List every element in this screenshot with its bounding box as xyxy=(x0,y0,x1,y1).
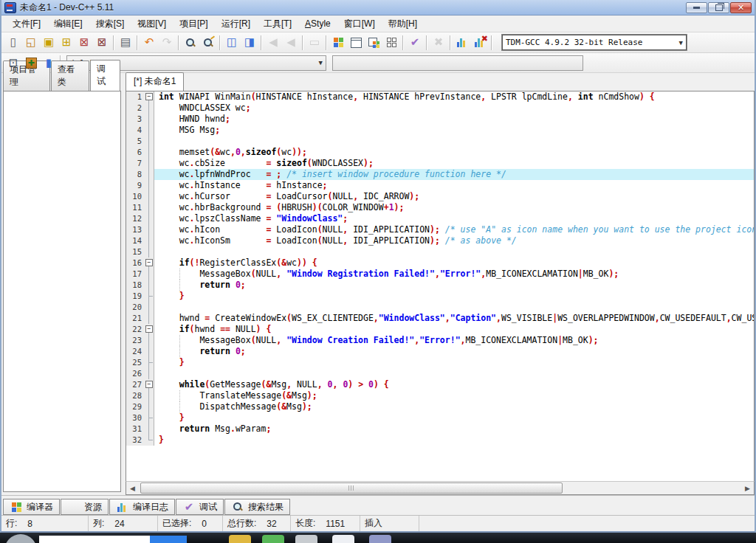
horizontal-scrollbar[interactable]: ◀ ▶ xyxy=(126,481,755,495)
compile-log-chart-icon[interactable] xyxy=(116,500,129,513)
run-icon[interactable] xyxy=(347,34,365,52)
pause-icon[interactable]: ▮ xyxy=(40,54,58,72)
fold-collapse-icon[interactable]: − xyxy=(144,91,154,103)
menu-item[interactable]: AStyle xyxy=(298,17,337,30)
taskbar-item[interactable] xyxy=(150,536,187,543)
code-line[interactable]: 31 return Msg.wParam; xyxy=(126,423,754,435)
profile-icon[interactable] xyxy=(453,34,471,52)
code-line[interactable]: 21 hwnd = CreateWindowEx(WS_EX_CLIENTEDG… xyxy=(126,313,754,324)
code-line[interactable]: 12 wc.lpszClassName = "WindowClass"; xyxy=(126,213,754,224)
taskbar-item[interactable] xyxy=(4,534,37,543)
code-line[interactable]: 7 wc.cbSize = sizeof(WNDCLASSEX); xyxy=(126,158,754,169)
code-line[interactable]: 11 wc.hbrBackground = (HBRUSH)(COLOR_WIN… xyxy=(126,202,754,213)
code-line[interactable]: 22− if(hwnd == NULL) { xyxy=(126,324,754,335)
members-select[interactable] xyxy=(332,55,583,71)
report-tab[interactable]: 搜索结果 xyxy=(224,499,290,515)
panel-tab-active[interactable]: 调试 xyxy=(90,60,120,91)
code-line[interactable]: 26 xyxy=(126,368,754,379)
menu-item[interactable]: 窗口[W] xyxy=(337,16,382,32)
code-line[interactable]: 4 MSG Msg; xyxy=(126,125,754,136)
code-line[interactable]: 6 memset(&wc,0,sizeof(wc)); xyxy=(126,147,754,158)
fold-collapse-icon[interactable]: − xyxy=(144,257,154,269)
add-watch-icon[interactable]: ✚ xyxy=(22,54,40,72)
resource-layers-icon[interactable] xyxy=(67,500,80,513)
taskbar-item[interactable] xyxy=(295,535,317,543)
close-button[interactable]: ✕ xyxy=(730,2,752,13)
debug-check-icon[interactable]: ✔ xyxy=(182,500,196,513)
report-tab[interactable]: ✔调试 xyxy=(176,499,224,515)
code-line[interactable]: 29 DispatchMessage(&Msg); xyxy=(126,401,754,412)
compile-icon[interactable] xyxy=(329,34,347,52)
menu-item[interactable]: 帮助[H] xyxy=(382,16,424,32)
undo-icon[interactable]: ↶ xyxy=(140,34,158,52)
insert-icon[interactable]: ◨ xyxy=(241,34,258,52)
code-line[interactable]: 15 xyxy=(126,246,754,257)
code-line[interactable]: 18 return 0; xyxy=(126,280,754,291)
code-line[interactable]: 2 WNDCLASSEX wc; xyxy=(126,103,754,114)
new-file-icon[interactable]: ▯ xyxy=(4,34,22,52)
code-line[interactable]: 27− while(GetMessage(&Msg, NULL, 0, 0) >… xyxy=(126,379,754,390)
close-file-icon[interactable]: ⊠ xyxy=(75,34,93,52)
code-line[interactable]: 3 HWND hwnd; xyxy=(126,114,754,125)
code-line[interactable]: 16− if(!RegisterClassEx(&wc)) { xyxy=(126,257,754,269)
code-line-current[interactable]: 8 wc.lpfnWndProc = ; /* insert window pr… xyxy=(126,169,754,180)
code-line[interactable]: 1−int WINAPI WinMain(HINSTANCE hInstance… xyxy=(126,91,754,103)
print-icon[interactable]: ▤ xyxy=(117,34,134,52)
code-line[interactable]: 5 xyxy=(126,136,754,147)
code-line[interactable]: 20 xyxy=(126,302,754,313)
code-line[interactable]: 24 return 0; xyxy=(126,346,754,357)
goto-editor-icon[interactable]: ⊡ xyxy=(4,54,22,72)
windows-taskbar[interactable] xyxy=(0,533,756,543)
menu-item[interactable]: 文件[F] xyxy=(6,16,47,32)
project-panel-body[interactable] xyxy=(3,91,121,492)
goto-function-icon[interactable]: ◫ xyxy=(223,34,241,52)
report-tab[interactable]: 编译器 xyxy=(3,499,60,515)
syntax-check-icon[interactable]: ✔ xyxy=(406,34,424,52)
compiler-grid-icon[interactable] xyxy=(10,500,23,513)
taskbar-item[interactable] xyxy=(229,535,251,543)
restore-button[interactable] xyxy=(708,2,729,13)
scrollbar-thumb[interactable] xyxy=(140,483,563,494)
replace-icon[interactable] xyxy=(199,34,217,52)
scroll-left-arrow-icon[interactable]: ◀ xyxy=(126,483,139,494)
code-line[interactable]: 10 wc.hCursor = LoadCursor(NULL, IDC_ARR… xyxy=(126,191,754,202)
report-tab[interactable]: 资源 xyxy=(61,499,109,515)
report-tab[interactable]: 编译日志 xyxy=(109,499,175,515)
editor-tab-unnamed1[interactable]: [*] 未命名1 xyxy=(126,72,184,91)
code-line[interactable]: 14 wc.hIconSm = LoadIcon(NULL, IDI_APPLI… xyxy=(126,235,754,246)
minimize-button[interactable] xyxy=(686,2,707,13)
code-editor[interactable]: 1−int WINAPI WinMain(HINSTANCE hInstance… xyxy=(126,91,755,481)
fold-collapse-icon[interactable]: − xyxy=(144,324,154,335)
compiler-select[interactable]: TDM-GCC 4.9.2 32-bit Release▼ xyxy=(502,35,687,50)
code-line[interactable]: 9 wc.hInstance = hInstance; xyxy=(126,180,754,191)
code-line[interactable]: 25 } xyxy=(126,357,754,368)
compile-run-icon[interactable] xyxy=(365,34,382,52)
menu-item[interactable]: 视图[V] xyxy=(131,16,173,32)
code-line[interactable]: 19 } xyxy=(126,291,754,302)
taskbar-item[interactable] xyxy=(332,535,354,543)
menu-item[interactable]: 搜索[S] xyxy=(89,16,131,32)
menu-item[interactable]: 工具[T] xyxy=(257,16,298,32)
delete-profiling-icon[interactable]: ✖ xyxy=(471,34,489,52)
code-line[interactable]: 28 TranslateMessage(&Msg); xyxy=(126,390,754,401)
code-line[interactable]: 17 MessageBox(NULL, "Window Registration… xyxy=(126,269,754,280)
find-icon[interactable] xyxy=(182,34,199,52)
menu-item[interactable]: 项目[P] xyxy=(173,16,215,32)
menu-item[interactable]: 编辑[E] xyxy=(47,16,89,32)
menu-item[interactable]: 运行[R] xyxy=(215,16,257,32)
code-line[interactable]: 30 } xyxy=(126,412,754,423)
taskbar-item[interactable] xyxy=(262,535,284,543)
open-file-icon[interactable]: ◱ xyxy=(22,34,40,52)
save-all-icon[interactable]: ⊞ xyxy=(58,34,75,52)
code-line[interactable]: 23 MessageBox(NULL, "Window Creation Fai… xyxy=(126,335,754,346)
code-line[interactable]: 13 wc.hIcon = LoadIcon(NULL, IDI_APPLICA… xyxy=(126,224,754,235)
scroll-right-arrow-icon[interactable]: ▶ xyxy=(741,483,754,494)
close-all-icon[interactable]: ⊠ xyxy=(93,34,111,52)
save-icon[interactable]: ▣ xyxy=(40,34,58,52)
rebuild-all-icon[interactable] xyxy=(382,34,400,52)
fold-collapse-icon[interactable]: − xyxy=(144,379,154,390)
search-results-icon[interactable] xyxy=(231,500,244,513)
code-line[interactable]: 32} xyxy=(126,435,754,446)
taskbar-item[interactable] xyxy=(39,536,150,543)
taskbar-item[interactable] xyxy=(369,535,391,543)
